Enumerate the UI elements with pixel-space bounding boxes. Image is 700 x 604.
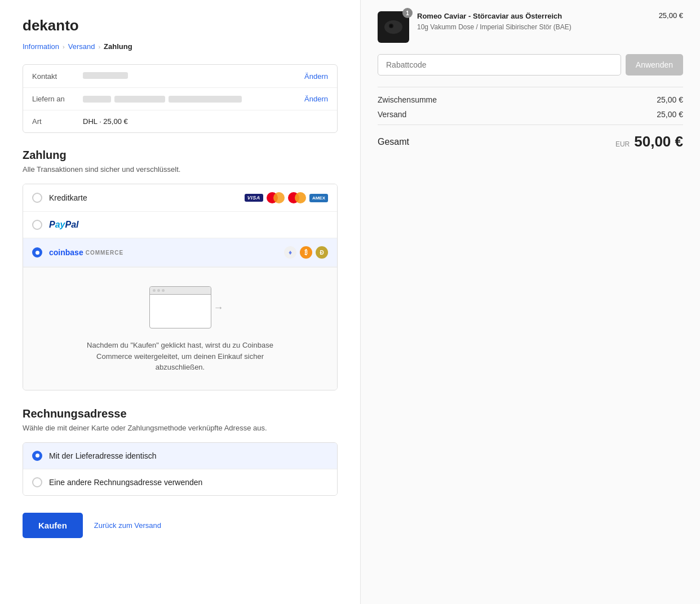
btc-icon: ₿ <box>300 246 312 259</box>
info-bar-1 <box>83 96 111 103</box>
amex-icon: AMEX <box>309 194 328 202</box>
discount-input[interactable] <box>378 54 621 76</box>
coinbase-commerce-text: COMMERCE <box>86 250 123 256</box>
grand-total-row: Gesamt EUR 50,00 € <box>378 125 683 150</box>
info-value-art: DHL · 25,00 € <box>83 117 128 126</box>
breadcrumb-versand[interactable]: Versand <box>68 42 95 51</box>
breadcrumb-chevron-2: › <box>98 43 100 50</box>
payment-label-paypal: P ay Pal <box>49 220 328 230</box>
billing-label-same: Mit der Lieferadresse identisch <box>49 451 157 460</box>
browser-wrap: → <box>149 286 211 328</box>
total-row-versand: Versand 25,00 € <box>378 110 683 119</box>
coinbase-redirect-content: → Nachdem du "Kaufen" geklickt hast, wir… <box>23 267 337 390</box>
info-box: Kontakt Ändern Liefern an Ändern Art DHL… <box>23 64 338 133</box>
redirect-arrow: → <box>214 301 224 313</box>
maestro-icon <box>267 192 285 203</box>
dot-2 <box>157 289 160 292</box>
billing-title: Rechnungsadresse <box>23 407 338 420</box>
left-panel: dekanto Information › Versand › Zahlung … <box>0 0 361 604</box>
payment-title: Zahlung <box>23 149 338 162</box>
dot-3 <box>162 289 165 292</box>
info-value-liefern <box>83 96 299 103</box>
billing-option-other[interactable]: Eine andere Rechnungsadresse verwenden <box>23 469 337 495</box>
svg-point-2 <box>390 25 392 27</box>
info-change-liefern[interactable]: Ändern <box>304 95 328 103</box>
billing-box: Mit der Lieferadresse identisch Eine and… <box>23 442 338 496</box>
buy-button[interactable]: Kaufen <box>23 513 83 538</box>
product-price: 25,00 € <box>659 11 683 20</box>
paypal-text-pal: Pal <box>65 220 78 230</box>
radio-kreditkarte[interactable] <box>32 193 42 203</box>
grand-right: EUR 50,00 € <box>615 133 683 150</box>
coinbase-text: coinbase <box>49 248 83 257</box>
info-value-kontakt <box>83 72 299 81</box>
coinbase-logo: coinbase COMMERCE <box>49 248 284 257</box>
dot-1 <box>153 289 156 292</box>
grand-label: Gesamt <box>378 137 409 147</box>
grand-currency: EUR <box>615 140 630 148</box>
info-bar-3 <box>169 96 242 103</box>
redirect-illustration: → <box>149 285 211 328</box>
paypal-logo: P ay Pal <box>49 220 328 230</box>
product-image-svg <box>382 16 405 38</box>
eth-icon: ♦ <box>284 246 296 259</box>
svg-point-0 <box>384 20 402 34</box>
radio-paypal[interactable] <box>32 220 42 230</box>
paypal-text-ay: ay <box>55 220 65 230</box>
coinbase-crypto-icons: ♦ ₿ Ð <box>284 246 328 259</box>
product-thumb-wrap: 1 <box>378 11 409 43</box>
totals: Zwischensumme 25,00 € Versand 25,00 € Ge… <box>378 87 683 150</box>
discount-row: Anwenden <box>378 54 683 76</box>
versand-label: Versand <box>378 110 406 119</box>
product-variant: 10g Vakumm Dose / Imperial Sibirischer S… <box>417 23 659 32</box>
radio-billing-same[interactable] <box>32 451 42 461</box>
browser-window <box>149 286 211 328</box>
info-change-kontakt[interactable]: Ändern <box>304 72 328 81</box>
payment-box: Kreditkarte VISA AMEX <box>23 184 338 390</box>
info-label-art: Art <box>32 117 83 126</box>
radio-coinbase[interactable] <box>32 247 42 257</box>
payment-icons-kreditkarte: VISA AMEX <box>245 192 328 203</box>
product-name: Romeo Caviar - Störcaviar aus Österreich <box>417 11 659 21</box>
right-panel: 1 Romeo Caviar - Störcaviar aus Österrei… <box>361 0 700 604</box>
coinbase-redirect-text: Nachdem du "Kaufen" geklickt hast, wirst… <box>79 340 282 373</box>
info-label-liefern: Liefern an <box>32 95 83 103</box>
radio-billing-other[interactable] <box>32 477 42 487</box>
info-row-kontakt: Kontakt Ändern <box>23 65 337 88</box>
apply-button[interactable]: Anwenden <box>626 54 683 76</box>
payment-option-paypal[interactable]: P ay Pal <box>23 212 337 238</box>
product-badge: 1 <box>402 8 413 18</box>
visa-icon: VISA <box>245 194 263 202</box>
payment-label-coinbase: coinbase COMMERCE <box>49 248 284 257</box>
product-row: 1 Romeo Caviar - Störcaviar aus Österrei… <box>378 11 683 43</box>
payment-option-kreditkarte[interactable]: Kreditkarte VISA AMEX <box>23 184 337 212</box>
doge-icon: Ð <box>316 246 328 259</box>
info-row-art: Art DHL · 25,00 € <box>23 110 337 132</box>
versand-value: 25,00 € <box>657 110 683 119</box>
brand-title: dekanto <box>23 17 338 34</box>
info-label-kontakt: Kontakt <box>32 72 83 81</box>
billing-label-other: Eine andere Rechnungsadresse verwenden <box>49 478 202 487</box>
browser-bar <box>150 287 211 295</box>
breadcrumb-information[interactable]: Information <box>23 42 59 51</box>
zwischensumme-label: Zwischensumme <box>378 95 437 104</box>
back-link[interactable]: Zurück zum Versand <box>94 521 161 530</box>
paypal-text-p: P <box>49 220 55 230</box>
breadcrumb-zahlung: Zahlung <box>104 42 132 51</box>
payment-label-kreditkarte: Kreditkarte <box>49 193 245 202</box>
info-row-liefern: Liefern an Ändern <box>23 88 337 110</box>
info-value-bar-kontakt <box>83 72 128 79</box>
total-row-zwischensumme: Zwischensumme 25,00 € <box>378 95 683 104</box>
payment-desc: Alle Transaktionen sind sicher und versc… <box>23 165 338 174</box>
zwischensumme-value: 25,00 € <box>657 95 683 104</box>
breadcrumb-chevron-1: › <box>63 43 65 50</box>
info-bar-2 <box>114 96 165 103</box>
mastercard-icon <box>288 192 306 203</box>
breadcrumb: Information › Versand › Zahlung <box>23 42 338 51</box>
billing-option-same[interactable]: Mit der Lieferadresse identisch <box>23 443 337 469</box>
action-row: Kaufen Zurück zum Versand <box>23 513 338 538</box>
product-info: Romeo Caviar - Störcaviar aus Österreich… <box>417 11 659 32</box>
grand-amount: 50,00 € <box>634 133 683 150</box>
billing-desc: Wähle die mit deiner Karte oder Zahlungs… <box>23 424 338 432</box>
payment-option-coinbase[interactable]: coinbase COMMERCE ♦ ₿ Ð <box>23 238 337 267</box>
